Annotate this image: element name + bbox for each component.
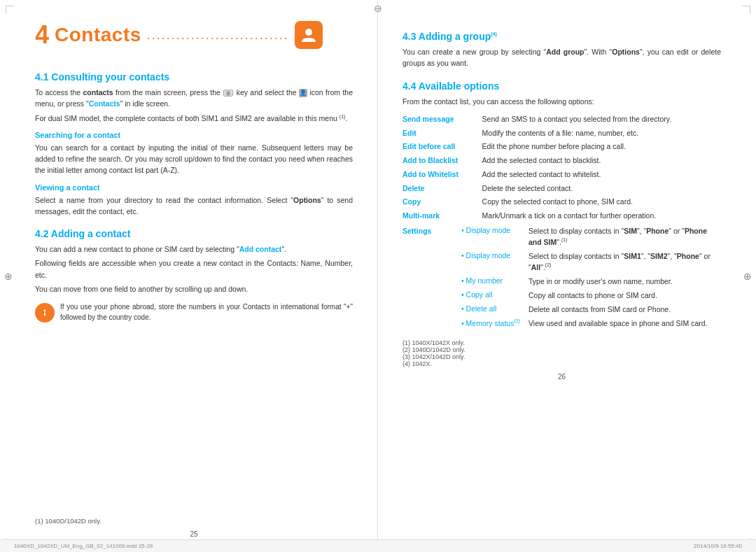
subsection-view-text: Select a name from your directory to rea…	[35, 194, 353, 218]
bullet-row-display-mode-2: Display mode Select to display contacts …	[458, 251, 721, 273]
page-container: 4 Contacts .............................…	[0, 0, 756, 552]
section-4-2-heading: 4.2 Adding a contact	[35, 228, 353, 239]
options-table: Send message Send an SMS to a contact yo…	[402, 113, 721, 223]
table-row: Edit before call Edit the phone number b…	[402, 140, 721, 154]
section-4-2-para1: You can add a new contact to phone or SI…	[35, 243, 353, 255]
settings-label: Settings	[402, 226, 458, 235]
right-footnotes: (1) 1040X/1042X only. (2) 1040D/1042D on…	[402, 339, 721, 367]
table-row: Add to Whitelist Add the selected contac…	[402, 168, 721, 182]
option-desc: Modify the contents of a file: name, num…	[482, 127, 721, 141]
bullet-label-my-number: My number	[458, 276, 528, 285]
chapter-number: 4	[35, 22, 49, 48]
left-footnote: (1) 1040D/1042D only.	[35, 511, 353, 525]
chapter-title: Contacts	[55, 24, 141, 46]
option-label: Edit	[402, 127, 482, 141]
note-icon	[35, 303, 55, 323]
section-4-2-para3: You can move from one field to another b…	[35, 283, 353, 295]
footnote-1: (1) 1040X/1042X only.	[402, 339, 721, 346]
svg-rect-2	[44, 313, 46, 316]
section-4-1-para2: For dual SIM model, the complete contact…	[35, 113, 353, 124]
note-box: If you use your phone abroad, store the …	[35, 302, 353, 323]
bullet-desc-my-number: Type in or modify user's own name, numbe…	[528, 276, 721, 287]
bullet-label-display-mode-1: Display mode	[458, 226, 528, 234]
option-desc: Edit the phone number before placing a c…	[482, 140, 721, 154]
table-row: Edit Modify the contents of a file: name…	[402, 127, 721, 141]
note-text: If you use your phone abroad, store the …	[60, 302, 353, 323]
bottom-bar-right: 2014/10/9 16:55:40	[694, 543, 742, 549]
subsection-search-heading: Searching for a contact	[35, 131, 353, 139]
section-4-3-text: You can create a new group by selecting …	[402, 46, 721, 69]
bullet-desc-display-mode-1: Select to display contacts in "SIM", "Ph…	[528, 226, 721, 248]
table-row: Delete Delete the selected contact.	[402, 182, 721, 196]
bullet-desc-copy-all: Copy all contacts to phone or SIM card.	[528, 290, 721, 301]
section-4-4-heading: 4.4 Available options	[402, 80, 721, 92]
option-label: Delete	[402, 182, 482, 196]
section-4-4-intro: From the contact list, you can access th…	[402, 96, 721, 107]
contacts-chapter-icon	[295, 21, 323, 49]
left-page: 4 Contacts .............................…	[0, 0, 378, 552]
chapter-dots: .............................	[147, 28, 289, 43]
option-desc: Send an SMS to a contact you selected fr…	[482, 113, 721, 127]
chapter-heading: 4 Contacts .............................	[35, 21, 353, 49]
option-desc: Copy the selected contact to phone, SIM …	[482, 195, 721, 209]
settings-section: Settings Display mode Select to display …	[402, 226, 721, 335]
footnote-4: (4) 1042X.	[402, 360, 721, 367]
section-4-3-heading: 4.3 Adding a group(4)	[402, 31, 721, 42]
option-label: Multi-mark	[402, 209, 482, 223]
bullet-label-copy-all: Copy all	[458, 290, 528, 299]
option-desc: Delete the selected contact.	[482, 182, 721, 196]
bullet-desc-delete-all: Delete all contacts from SIM card or Pho…	[528, 304, 721, 315]
option-label: Copy	[402, 195, 482, 209]
option-desc: Add the selected contact to whitelist.	[482, 168, 721, 182]
settings-row: Settings Display mode Select to display …	[402, 226, 721, 333]
option-label: Edit before call	[402, 140, 482, 154]
bullet-label-display-mode-2: Display mode	[458, 251, 528, 260]
section-4-2-para2: Following fields are accessible when you…	[35, 257, 353, 281]
section-4-1-para1: To access the contacts from the main scr…	[35, 87, 353, 110]
section-4-1-heading: 4.1 Consulting your contacts	[35, 71, 353, 83]
option-desc: Mark/Unmark a tick on a contact for furt…	[482, 209, 721, 223]
table-row: Add to Blacklist Add the selected contac…	[402, 154, 721, 168]
table-row: Multi-mark Mark/Unmark a tick on a conta…	[402, 209, 721, 223]
right-page-number: 26	[402, 373, 721, 381]
subsection-search-text: You can search for a contact by inputing…	[35, 142, 353, 176]
table-row: Send message Send an SMS to a contact yo…	[402, 113, 721, 127]
bottom-bar-left: 1040XD_1042XD_UM_Eng_GB_02_141009.indd 2…	[14, 543, 153, 549]
bullet-row-delete-all: Delete all Delete all contacts from SIM …	[458, 304, 721, 315]
bullet-row-display-mode-1: Display mode Select to display contacts …	[458, 226, 721, 248]
bullet-row-my-number: My number Type in or modify user's own n…	[458, 276, 721, 287]
svg-point-0	[305, 29, 312, 36]
option-desc: Add the selected contact to blacklist.	[482, 154, 721, 168]
left-page-number: 25	[35, 530, 353, 538]
svg-point-1	[44, 310, 46, 312]
bullet-desc-memory-status: View used and available space in phone a…	[528, 318, 721, 329]
subsection-view-heading: Viewing a contact	[35, 183, 353, 192]
bullet-row-memory-status: Memory status(3) View used and available…	[458, 318, 721, 329]
bottom-bar: 1040XD_1042XD_UM_Eng_GB_02_141009.indd 2…	[0, 539, 756, 552]
option-label: Add to Whitelist	[402, 168, 482, 182]
footnote-2: (2) 1040D/1042D only.	[402, 346, 721, 353]
option-label: Add to Blacklist	[402, 154, 482, 168]
settings-bullets: Display mode Select to display contacts …	[458, 226, 721, 333]
right-page: 4.3 Adding a group(4) You can create a n…	[378, 0, 756, 552]
bullet-label-delete-all: Delete all	[458, 304, 528, 313]
bullet-label-memory-status: Memory status(3)	[458, 318, 528, 327]
option-label: Send message	[402, 113, 482, 127]
table-row: Copy Copy the selected contact to phone,…	[402, 195, 721, 209]
bullet-desc-display-mode-2: Select to display contacts in "SIM1", "S…	[528, 251, 721, 273]
footnote-3: (3) 1042X/1042D only.	[402, 353, 721, 360]
bullet-row-copy-all: Copy all Copy all contacts to phone or S…	[458, 290, 721, 301]
